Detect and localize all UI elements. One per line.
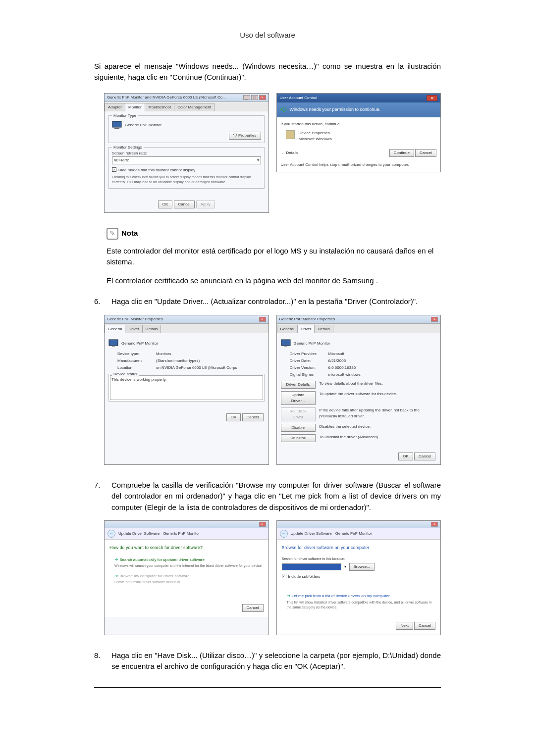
minimize-icon[interactable]: _ <box>243 95 250 100</box>
maximize-icon[interactable]: □ <box>251 95 258 100</box>
cancel-button[interactable]: Cancel <box>242 604 264 612</box>
back-arrow-icon[interactable]: ← <box>107 530 115 538</box>
step-number: 7. <box>94 480 104 513</box>
location-input[interactable] <box>282 563 341 571</box>
monitor-properties-dialog: Generic PnP Monitor and NVIDIA GeForce 6… <box>104 93 269 213</box>
step-text: Haga clic en "Have Disk... (Utilizar dis… <box>111 650 441 672</box>
close-icon[interactable]: × <box>259 522 266 527</box>
driver-details-button[interactable]: Driver Details <box>281 381 316 389</box>
tab-adapter[interactable]: Adapter <box>105 103 125 111</box>
figure-row-3: × ← Update Driver Software - Generic PnP… <box>104 520 441 635</box>
note-title: Nota <box>121 228 138 239</box>
cancel-button[interactable]: Cancel <box>242 413 264 421</box>
include-subfolders-label: Include subfolders <box>288 574 321 580</box>
rollback-driver-button[interactable]: Roll Back Driver <box>281 407 316 421</box>
uac-footer: User Account Control helps stop unauthor… <box>281 162 437 168</box>
titlebar: Generic PnP Monitor and NVIDIA GeForce 6… <box>105 94 268 102</box>
tab-driver[interactable]: Driver <box>125 325 142 333</box>
intro-paragraph: Si aparece el mensaje "Windows needs... … <box>94 61 441 83</box>
monitor-icon <box>108 339 118 348</box>
device-properties-label: Device Properties <box>299 130 332 136</box>
monitor-name: Generic PnP Monitor <box>294 341 330 347</box>
next-button[interactable]: Next <box>396 622 413 630</box>
ok-button[interactable]: OK <box>226 413 241 421</box>
tab-general[interactable]: General <box>105 325 125 333</box>
wizard-heading: How do you want to search for driver sof… <box>109 545 264 552</box>
step-7: 7. Compruebe la casilla de verificación … <box>94 480 441 513</box>
update-driver-wizard-2: × ← Update Driver Software - Generic PnP… <box>276 520 441 635</box>
step-6: 6. Haga clic en "Update Driver... (Actua… <box>94 296 441 307</box>
details-expander[interactable]: Details <box>286 150 298 156</box>
tabs: Adapter Monitor Troubleshoot Color Manag… <box>105 102 268 111</box>
uac-titlebar: User Account Control ✕ <box>277 94 441 102</box>
refresh-rate-select[interactable]: 60 Hertz▾ <box>112 156 261 164</box>
ok-button[interactable]: OK <box>158 201 173 208</box>
close-icon[interactable]: × <box>431 522 438 527</box>
include-subfolders-checkbox[interactable]: ✓ <box>282 574 286 578</box>
search-location-label: Search for driver software in this locat… <box>282 556 436 562</box>
figure-row-2: Generic PnP Monitor Properties × General… <box>104 315 441 465</box>
arrow-icon: ➜ <box>114 573 118 578</box>
window-title: Generic PnP Monitor Properties <box>107 316 163 322</box>
svg-rect-5 <box>281 340 290 346</box>
svg-rect-6 <box>284 346 287 347</box>
tab-general[interactable]: General <box>277 325 298 333</box>
note-paragraph-1: Este controlador del monitor está certif… <box>107 246 441 268</box>
monitor-name: Generic PnP Monitor <box>125 122 161 128</box>
properties-button[interactable]: 🛡 Properties <box>229 132 261 140</box>
figure-row-1: Generic PnP Monitor and NVIDIA GeForce 6… <box>104 93 441 213</box>
window-title: Generic PnP Monitor Properties <box>279 316 335 322</box>
cancel-button[interactable]: Cancel <box>174 201 195 208</box>
browse-button[interactable]: Browse... <box>349 563 374 571</box>
svg-rect-1 <box>115 127 118 128</box>
uac-banner: 🛡 Windows needs your permission to conti… <box>277 102 441 117</box>
pick-from-list-option[interactable]: ➜ Let me pick from a list of device driv… <box>282 593 436 610</box>
ok-button[interactable]: OK <box>398 453 413 460</box>
svg-rect-3 <box>109 340 118 346</box>
close-icon[interactable]: × <box>259 317 266 322</box>
chevron-down-icon[interactable]: ⌄ <box>281 150 284 156</box>
search-auto-option[interactable]: ➜ Search automatically for updated drive… <box>109 556 264 569</box>
apply-button[interactable]: Apply <box>196 201 215 208</box>
refresh-rate-label: Screen refresh rate: <box>112 151 261 156</box>
tab-details[interactable]: Details <box>314 325 333 333</box>
properties-general-dialog: Generic PnP Monitor Properties × General… <box>104 315 269 465</box>
uninstall-button[interactable]: Uninstall <box>281 434 316 442</box>
tab-monitor[interactable]: Monitor <box>125 103 145 111</box>
cancel-button[interactable]: Cancel <box>415 149 436 157</box>
properties-driver-dialog: Generic PnP Monitor Properties × General… <box>276 315 441 465</box>
device-status-text: This device is working properly. <box>110 375 263 400</box>
wizard-heading: Browse for driver software on your compu… <box>282 545 436 552</box>
step-8: 8. Haga clic en "Have Disk... (Utilizar … <box>94 650 441 672</box>
close-icon[interactable]: × <box>259 95 266 100</box>
update-driver-button[interactable]: Update Driver... <box>281 391 316 405</box>
tab-driver[interactable]: Driver <box>297 325 315 333</box>
svg-rect-4 <box>112 346 115 347</box>
continue-button[interactable]: Continue <box>389 149 414 157</box>
close-icon[interactable]: ✕ <box>427 95 437 101</box>
hide-modes-checkbox[interactable]: ✓ <box>112 167 116 172</box>
tab-details[interactable]: Details <box>142 325 161 333</box>
tab-color-mgmt[interactable]: Color Management <box>174 103 214 111</box>
cancel-button[interactable]: Cancel <box>414 453 435 460</box>
wizard-breadcrumb: Update Driver Software - Generic PnP Mon… <box>291 531 372 537</box>
step-number: 6. <box>94 296 104 307</box>
svg-rect-0 <box>112 121 121 127</box>
step-text: Haga clic en "Update Driver... (Actualiz… <box>111 296 441 307</box>
note-paragraph-2: El controlador certificado se anunciará … <box>107 275 441 287</box>
back-arrow-icon[interactable]: ← <box>280 530 288 538</box>
chevron-down-icon[interactable]: ▾ <box>344 564 346 570</box>
browse-computer-option[interactable]: ➜ Browse my computer for driver software… <box>109 573 264 585</box>
cancel-button[interactable]: Cancel <box>414 622 435 630</box>
hide-modes-label: Hide modes that this monitor cannot disp… <box>118 167 195 173</box>
ms-windows-label: Microsoft Windows <box>299 136 332 142</box>
monitor-name: Generic PnP Monitor <box>121 341 158 347</box>
device-properties-icon <box>286 130 295 139</box>
monitor-icon <box>112 121 122 130</box>
shield-icon: 🛡 <box>281 105 287 114</box>
disable-button[interactable]: Disable <box>281 424 316 432</box>
tab-troubleshoot[interactable]: Troubleshoot <box>145 103 174 111</box>
close-icon[interactable]: × <box>431 317 438 322</box>
note-icon: ✎ <box>107 228 118 240</box>
step-number: 8. <box>94 650 104 672</box>
